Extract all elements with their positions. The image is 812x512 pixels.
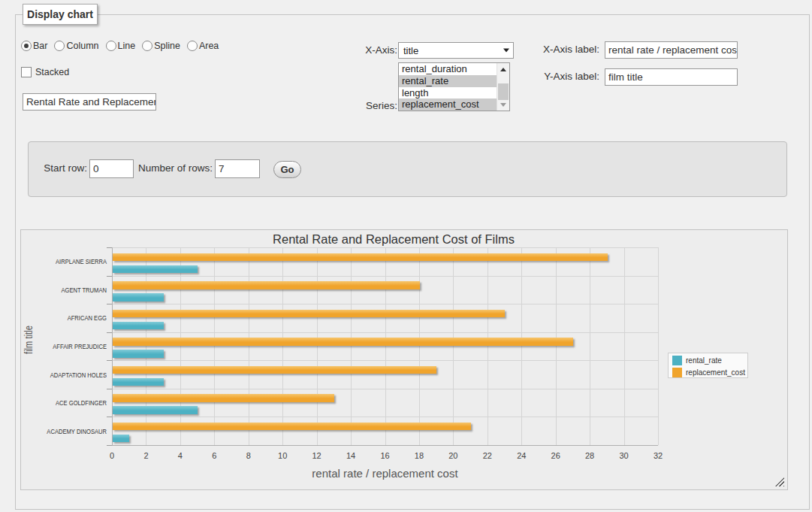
- gridline-horizontal: [112, 304, 658, 304]
- x-tick-label: 16: [380, 451, 389, 460]
- gridline-vertical: [317, 247, 318, 445]
- gridline-vertical: [419, 247, 420, 445]
- x-tick-label: 14: [346, 451, 355, 460]
- y-axis-tick: [107, 247, 112, 248]
- y-axis-line: [112, 247, 113, 446]
- y-axis-label-input[interactable]: film title: [605, 68, 738, 86]
- stacked-label: Stacked: [35, 67, 69, 77]
- radio-label: Spline: [154, 41, 180, 51]
- scroll-down-button[interactable]: [497, 98, 509, 111]
- legend-item[interactable]: replacement_cost: [672, 367, 747, 378]
- legend-swatch-replacement_cost: [672, 368, 682, 377]
- row-range-panel: Start row: 0 Number of rows: 7 Go: [28, 141, 787, 197]
- gridline-vertical: [521, 247, 522, 445]
- start-row-input[interactable]: 0: [89, 159, 134, 178]
- x-tick-label: 18: [415, 451, 424, 460]
- gridline-vertical: [488, 247, 488, 445]
- category-label: AFFAIR PREJUDICE: [38, 341, 107, 351]
- number-of-rows-label: Number of rows:: [134, 163, 213, 174]
- bar-replacement_cost: [113, 394, 334, 402]
- x-axis-line: [112, 445, 658, 446]
- bar-rental_rate: [113, 406, 198, 414]
- listbox-scrollbar[interactable]: [497, 63, 509, 111]
- y-axis-tick: [107, 417, 112, 417]
- gridline-vertical: [658, 247, 659, 445]
- series-option[interactable]: replacement_cost: [399, 98, 509, 111]
- radio-label: Bar: [33, 41, 47, 51]
- y-axis-tick: [107, 332, 112, 333]
- x-tick-label: 0: [110, 451, 114, 460]
- legend-swatch-rental_rate: [672, 356, 682, 365]
- scrollbar-thumb[interactable]: [498, 83, 509, 100]
- chart-legend: rental_ratereplacement_cost: [668, 353, 748, 378]
- category-label: ACADEMY DINOSAUR: [38, 426, 107, 436]
- x-tick-label: 10: [278, 451, 287, 460]
- chart-title-input[interactable]: Rental Rate and Replacement Cost of Film…: [23, 93, 156, 111]
- chart-type-radio-group: BarColumnLineSplineArea: [21, 41, 225, 51]
- x-tick-label: 28: [585, 451, 594, 460]
- x-axis-label-input[interactable]: rental rate / replacement cost: [605, 41, 738, 59]
- radio-spline[interactable]: [142, 41, 152, 51]
- x-tick-label: 22: [483, 451, 492, 460]
- bar-replacement_cost: [113, 338, 573, 346]
- gridline-horizontal: [112, 276, 658, 277]
- gridline-horizontal: [112, 417, 658, 417]
- x-tick-label: 32: [654, 451, 663, 460]
- x-tick-label: 26: [551, 451, 560, 460]
- category-label: ACE GOLDFINGER: [38, 398, 107, 407]
- series-option[interactable]: length: [399, 87, 509, 99]
- gridline-vertical: [180, 247, 181, 445]
- gridline-vertical: [453, 247, 454, 445]
- x-tick-label: 20: [448, 451, 457, 460]
- bar-replacement_cost: [113, 253, 608, 262]
- resize-grip-icon[interactable]: [775, 477, 784, 486]
- y-axis-tick: [107, 389, 112, 389]
- bar-rental_rate: [113, 435, 129, 443]
- gridline-horizontal: [112, 247, 658, 248]
- legend-label: rental_rate: [686, 356, 722, 365]
- gridline-vertical: [624, 247, 625, 445]
- number-of-rows-input[interactable]: 7: [215, 159, 260, 178]
- start-row-label: Start row:: [36, 163, 87, 174]
- gridline-vertical: [351, 247, 352, 445]
- gridline-horizontal: [112, 389, 658, 389]
- series-listbox[interactable]: rental_durationrental_ratelengthreplacem…: [398, 62, 510, 111]
- x-axis-title: rental rate / replacement cost: [112, 467, 658, 480]
- y-axis-tick: [107, 360, 112, 361]
- x-tick-label: 30: [619, 451, 628, 460]
- radio-bar[interactable]: [21, 41, 32, 51]
- go-button[interactable]: Go: [273, 161, 301, 178]
- y-axis-tick: [107, 304, 112, 304]
- radio-column[interactable]: [54, 41, 65, 51]
- y-axis-tick: [107, 276, 112, 277]
- stacked-row: Stacked: [21, 67, 76, 77]
- x-tick-label: 2: [143, 451, 148, 460]
- gridline-vertical: [282, 247, 283, 445]
- legend-item[interactable]: rental_rate: [672, 355, 747, 366]
- x-axis-select-label: X-Axis:: [322, 45, 397, 56]
- radio-label: Area: [199, 41, 219, 51]
- radio-area[interactable]: [187, 41, 198, 51]
- x-axis-label-label: X-Axis label:: [487, 44, 599, 55]
- category-label: AFRICAN EGG: [38, 313, 107, 323]
- y-axis-label-label: Y-Axis label:: [487, 71, 599, 82]
- gridline-horizontal: [112, 332, 658, 333]
- legend-label: replacement_cost: [686, 368, 745, 377]
- fieldset-legend: Display chart: [23, 4, 98, 25]
- gridline-vertical: [146, 247, 146, 445]
- bar-replacement_cost: [113, 281, 420, 289]
- bar-replacement_cost: [113, 423, 471, 431]
- bar-rental_rate: [113, 378, 164, 386]
- x-tick-label: 8: [246, 451, 251, 460]
- stacked-checkbox[interactable]: [21, 67, 32, 77]
- gridline-vertical: [590, 247, 590, 445]
- chart-container: Rental Rate and Replacement Cost of Film…: [20, 229, 788, 490]
- gridline-horizontal: [112, 360, 658, 361]
- gridline-vertical: [385, 247, 386, 445]
- gridline-vertical: [556, 247, 557, 445]
- plot-area: [112, 247, 658, 445]
- bar-rental_rate: [113, 265, 198, 274]
- radio-line[interactable]: [106, 41, 116, 51]
- x-tick-label: 12: [312, 451, 321, 460]
- scroll-up-icon: [500, 68, 506, 71]
